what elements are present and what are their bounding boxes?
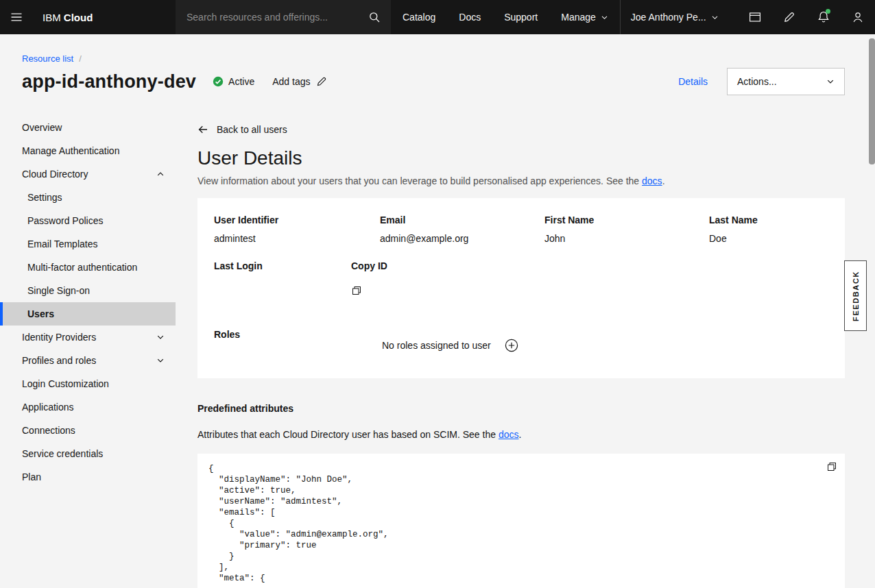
sidebar-item-label: Settings [27,192,62,203]
notifications-button[interactable] [806,0,841,34]
profile-button[interactable] [841,0,875,34]
actions-dropdown[interactable]: Actions... [727,68,845,95]
description-period: . [662,175,665,186]
sidebar-item-email-templates[interactable]: Email Templates [0,232,176,256]
sidebar-item-label: Single Sign-on [27,285,90,296]
add-role-button[interactable] [505,339,518,352]
sidebar-item-users[interactable]: Users [0,302,176,326]
header-icon-group [738,0,875,34]
scrollbar-thumb[interactable] [869,38,875,164]
nav-manage[interactable]: Manage [549,0,620,34]
sidebar-item-label: Password Polices [27,215,104,226]
copy-code-button[interactable] [826,461,837,472]
sidebar-item-plan[interactable]: Plan [0,465,176,489]
predefined-description-period: . [518,429,521,440]
sidebar-item-label: Login Customization [22,378,109,389]
description-text: View information about your users that y… [197,175,642,186]
user-account-menu[interactable]: Joe Anthony Pe... [620,0,729,34]
last-login-label: Last Login [214,260,351,271]
chevron-down-icon [826,77,835,86]
title-row: app-id-anthony-dev Active Add tags Detai… [22,68,845,95]
nav-catalog[interactable]: Catalog [391,0,447,34]
chevron-up-icon [156,170,165,178]
back-to-all-users-link[interactable]: Back to all users [197,123,287,136]
sidebar-item-connections[interactable]: Connections [0,419,176,442]
back-link-label: Back to all users [217,124,287,135]
window-button[interactable] [738,0,772,34]
ibm-cloud-logo[interactable]: IBM Cloud [33,12,176,23]
sidebar-item-label: Profiles and roles [22,355,96,366]
last-name-value: Doe [709,233,828,244]
page-title: app-id-anthony-dev [22,71,196,93]
sidebar-item-label: Multi-factor authentication [27,262,137,273]
sidebar-item-settings[interactable]: Settings [0,186,176,209]
user-info-row-1: User Identifier admintest Email admin@ex… [214,215,828,244]
sidebar-item-label: Cloud Directory [22,169,88,180]
sidebar-item-label: Overview [22,122,62,133]
first-name-label: First Name [544,215,709,225]
predefined-description-text: Attributes that each Cloud Directory use… [197,429,499,440]
sidebar-item-single-sign-on[interactable]: Single Sign-on [0,279,176,302]
main-content: Back to all users User Details View info… [176,116,875,588]
status-label: Active [228,76,254,87]
roles-row: Roles No roles assigned to user [214,329,828,352]
add-icon [505,339,518,352]
sidebar-item-multi-factor-authentication[interactable]: Multi-factor authentication [0,256,176,279]
breadcrumb-separator: / [79,53,82,64]
sidebar-item-identity-providers[interactable]: Identity Providers [0,326,176,349]
sidebar-nav: Overview Manage Authentication Cloud Dir… [0,116,176,489]
sidebar-item-label: Manage Authentication [22,145,119,156]
user-details-description: View information about your users that y… [197,175,845,187]
sidebar-item-label: Applications [22,402,74,413]
predefined-attributes-title: Predefined attributes [197,403,845,414]
nav-support[interactable]: Support [492,0,549,34]
email-label: Email [380,215,544,225]
actions-dropdown-label: Actions... [737,76,777,87]
copy-icon [826,461,837,472]
predefined-description: Attributes that each Cloud Directory use… [197,429,845,440]
search-icon [368,11,381,23]
chevron-down-icon [156,356,165,365]
sidebar-item-label: Service credentials [22,448,103,459]
header-nav: Catalog Docs Support Manage Joe Anthony … [391,0,729,34]
roles-label: Roles [214,329,382,352]
scim-code-card: { "displayName": "John Doe", "active": t… [197,454,845,588]
add-tags-button[interactable]: Add tags [272,76,327,87]
sidebar-item-overview[interactable]: Overview [0,116,176,139]
status-badge: Active [213,76,254,87]
scim-json-code: { "displayName": "John Doe", "active": t… [208,463,812,584]
sidebar-item-login-customization[interactable]: Login Customization [0,372,176,395]
sidebar-item-password-polices[interactable]: Password Polices [0,209,176,232]
nav-docs[interactable]: Docs [447,0,492,34]
sidebar-item-applications[interactable]: Applications [0,395,176,419]
hamburger-icon [10,10,23,24]
sidebar-item-service-credentials[interactable]: Service credentials [0,442,176,465]
add-tags-label: Add tags [272,76,310,87]
window-icon [748,10,762,24]
breadcrumb: Resource list / [22,53,845,64]
breadcrumb-resource-list[interactable]: Resource list [22,53,73,64]
feedback-tab[interactable]: FEEDBACK [844,260,867,331]
copy-id-label: Copy ID [351,260,387,271]
sidebar-item-label: Plan [22,471,41,482]
user-info-row-2: Last Login Copy ID [214,260,828,296]
search-input[interactable] [176,0,358,34]
user-avatar-icon [851,10,865,24]
hamburger-menu-button[interactable] [0,0,33,34]
copy-id-button[interactable] [351,285,362,296]
email-value: admin@example.org [380,233,544,244]
page-header: Resource list / app-id-anthony-dev Activ… [0,34,875,95]
sidebar-item-profiles-and-roles[interactable]: Profiles and roles [0,349,176,372]
last-name-label: Last Name [709,215,828,225]
user-identifier-label: User Identifier [214,215,380,225]
docs-link[interactable]: docs [642,175,662,186]
search-button[interactable] [358,0,391,34]
details-link[interactable]: Details [678,76,708,87]
sidebar-item-label: Users [27,308,54,319]
sidebar-item-cloud-directory[interactable]: Cloud Directory [0,162,176,186]
edit-button[interactable] [772,0,806,34]
sidebar-item-manage-authentication[interactable]: Manage Authentication [0,139,176,162]
user-identifier-value: admintest [214,233,380,244]
docs-link-2[interactable]: docs [499,429,519,440]
arrow-left-icon [197,124,208,135]
